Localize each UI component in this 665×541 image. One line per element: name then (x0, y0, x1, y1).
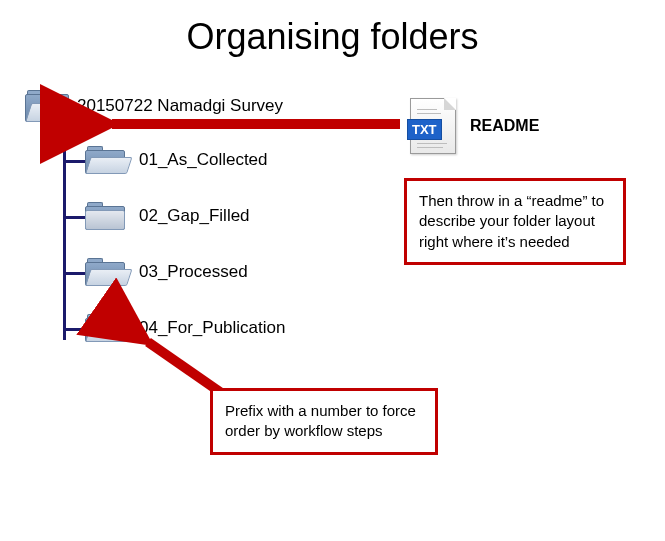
callout-prefix-tip: Prefix with a number to force order by w… (210, 388, 438, 455)
child-folder-label: 01_As_Collected (139, 150, 268, 170)
callout-readme-tip: Then throw in a “readme” to describe you… (404, 178, 626, 265)
child-folder-label: 03_Processed (139, 262, 248, 282)
folder-open-icon (85, 146, 125, 174)
child-folders: 01_As_Collected 02_Gap_Filled 03_Process… (63, 132, 385, 356)
file-type-badge: TXT (407, 119, 442, 140)
txt-file-icon: TXT (410, 98, 456, 154)
folder-open-icon (25, 90, 69, 122)
readme-label: README (470, 117, 539, 135)
readme-file-block: TXT README (410, 98, 539, 154)
tree-trunk-line (63, 122, 66, 340)
folder-open-icon (85, 314, 125, 342)
svg-line-1 (148, 342, 220, 392)
child-folder-row: 03_Processed (85, 244, 385, 300)
arrow-readme-to-root (100, 104, 400, 144)
child-folder-row: 02_Gap_Filled (85, 188, 385, 244)
page-title: Organising folders (0, 16, 665, 58)
folder-closed-icon (85, 202, 125, 230)
folder-open-icon (85, 258, 125, 286)
child-folder-label: 02_Gap_Filled (139, 206, 250, 226)
